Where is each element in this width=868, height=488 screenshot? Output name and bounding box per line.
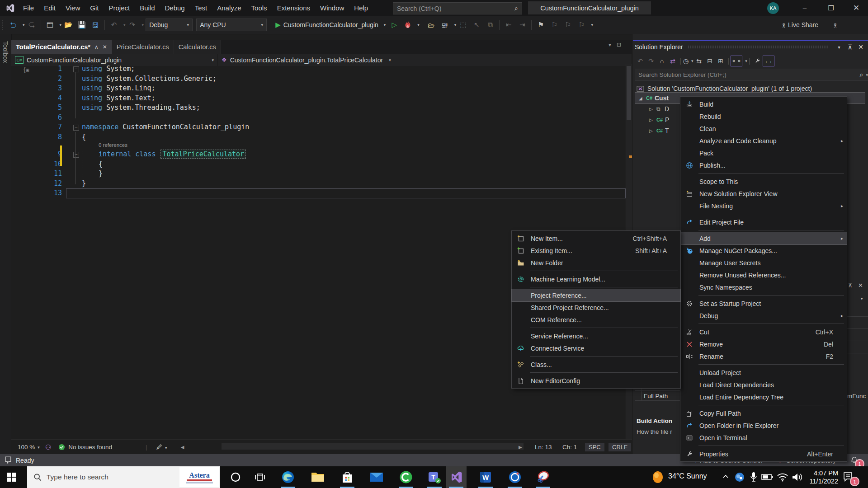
track-active-item-icon[interactable]: ⌴ [763,56,774,66]
context-menu-build[interactable]: Build [680,98,847,110]
add-submenu-connected-service[interactable]: Connected Service [512,342,680,354]
sync-with-active-document-icon[interactable]: ⇄ [667,56,678,66]
code-line-9[interactable]: 9–internal class TotalPriceCalculator [11,150,626,160]
expand-arrow-icon[interactable]: ◢ [639,96,646,101]
context-menu-properties[interactable]: PropertiesAlt+Enter [680,448,847,460]
redo-icon[interactable]: ↷ [127,19,138,30]
menu-analyze[interactable]: Analyze [212,0,246,16]
solution-configuration-dropdown[interactable]: Debug▾ [146,19,193,31]
close-button[interactable]: ✕ [844,0,868,16]
increase-indent-icon[interactable]: ⇥ [517,19,528,30]
taskbar-search-box[interactable]: Type here to search Astera [27,466,220,488]
add-submenu-class[interactable]: Class... [512,358,680,371]
taskbar-app-snipping-app[interactable] [533,466,553,488]
navigate-forward-icon[interactable]: ⮎ [26,19,37,30]
editor-horizontal-scrollbar[interactable] [222,443,524,450]
switch-views-icon[interactable]: ⇆ [693,56,704,66]
web-browser-icon[interactable]: 🖳 [439,19,450,30]
chevron-down-icon[interactable]: ▾ [745,59,747,63]
zoom-dropdown[interactable]: 100 %▾ [18,444,40,450]
notifications-button[interactable]: 1 [850,456,858,464]
redo-dropdown-icon[interactable]: ▾ [142,23,144,27]
context-menu-rebuild[interactable]: Rebuild [680,110,847,122]
taskbar-app-mail[interactable] [366,466,387,488]
code-line-3[interactable]: 3using System.Linq; [11,84,626,94]
taskbar-app-edge[interactable] [278,466,298,488]
hot-reload-dropdown-icon[interactable]: ▾ [417,23,420,27]
task-view-button[interactable] [250,466,270,488]
context-menu-remove-unused-references[interactable]: Remove Unused References... [680,269,847,281]
taskbar-app-capture-app[interactable] [505,466,525,488]
select-tool-icon[interactable]: ⬚ [458,19,468,30]
tab-list-dropdown-icon[interactable]: ▾ [609,42,611,48]
solution-explorer-search-box[interactable]: Search Solution Explorer (Ctrl+;) ⌕▾ [635,69,868,81]
menu-help[interactable]: Help [349,0,373,16]
context-menu-load-entire-dependency-tree[interactable]: Load Entire Dependency Tree [680,391,847,403]
tab-pricecalculator-cs[interactable]: PriceCalculator.cs [112,40,174,54]
window-position-dropdown-icon[interactable]: ▾ [834,42,844,52]
hot-reload-icon[interactable] [402,19,413,30]
code-line-12[interactable]: 12} [11,179,626,189]
back-dropdown-icon[interactable]: ▾ [23,23,25,27]
context-menu-unload-project[interactable]: Unload Project [680,366,847,379]
menu-view[interactable]: View [61,0,85,16]
menu-debug[interactable]: Debug [160,0,190,16]
add-submenu-shared-project-reference[interactable]: Shared Project Reference... [512,301,680,314]
show-all-files-icon[interactable]: ⚬⚬ [731,56,742,66]
context-menu-rename[interactable]: RenameF2 [680,350,847,362]
pointer-icon[interactable]: ↖ [471,19,482,30]
microphone-tray-icon[interactable] [749,471,759,483]
taskbar-app-visual-studio[interactable] [446,466,467,488]
menu-file[interactable]: File [18,0,39,16]
context-menu-open-in-terminal[interactable]: Open in Terminal [680,432,847,444]
copy-reference-icon[interactable]: ⧉ [485,19,495,30]
feedback-icon[interactable]: 🯆 [830,19,840,30]
taskbar-app-teams[interactable]: T [424,466,445,488]
codelens-references[interactable]: 0 references [99,142,127,148]
context-menu-pack[interactable]: Pack [680,147,847,159]
context-menu-scope-to-this[interactable]: Scope to This [680,175,847,188]
open-file-icon[interactable]: 📂 [63,19,74,30]
expand-arrow-icon[interactable]: ▷ [649,107,656,112]
properties-wrench-icon[interactable] [752,56,763,66]
decrease-indent-icon[interactable]: ⇤ [503,19,514,30]
scroll-right-icon[interactable]: ▶ [519,445,522,450]
pin-icon[interactable]: ⊼ [844,42,855,52]
add-submenu-new-item[interactable]: New Item...Ctrl+Shift+A [512,232,680,244]
property-row-full-path[interactable]: Full Path [644,393,668,399]
line-ending-indicator[interactable]: CRLF [609,443,631,451]
float-window-icon[interactable]: ⊡ [617,42,621,48]
live-share-button[interactable]: 🯅 Live Share [782,21,818,29]
undo-icon[interactable]: ↶ [108,19,119,30]
se-forward-icon[interactable]: ↷ [646,56,656,66]
context-menu-new-solution-explorer-view[interactable]: New Solution Explorer View [680,188,847,200]
preview-selected-icon[interactable]: ⊞ [715,56,726,66]
battery-tray-icon[interactable] [761,473,773,481]
navigate-back-icon[interactable]: ⮌ [8,19,19,30]
home-icon[interactable]: ⌂ [656,56,667,66]
minimize-button[interactable]: – [792,0,817,16]
fold-collapse-icon[interactable]: – [73,152,79,158]
expand-arrow-icon[interactable]: ▷ [649,117,656,122]
start-without-debugging-icon[interactable]: ▷ [389,19,400,30]
context-menu-analyze-and-code-cleanup[interactable]: Analyze and Code Cleanup▸ [680,135,847,147]
toolbox-tab[interactable]: Toolbox [0,34,12,454]
context-menu-debug[interactable]: Debug▸ [680,310,847,322]
taskbar-app-word[interactable]: W [475,466,496,488]
code-line-7[interactable]: 7–namespace CustomFunctionCalculator_plu… [11,122,626,132]
add-submenu-com-reference[interactable]: COM Reference... [512,314,680,326]
context-menu-manage-user-secrets[interactable]: Manage User Secrets [680,257,847,269]
context-menu-copy-full-path[interactable]: Copy Full Path [680,407,847,419]
start-button[interactable] [1,466,22,488]
context-menu-cut[interactable]: CutCtrl+X [680,326,847,338]
bookmark-dropdown-icon[interactable]: ▾ [591,23,593,27]
context-menu-remove[interactable]: RemoveDel [680,338,847,350]
weather-text[interactable]: 34°C Sunny [668,472,707,480]
feedback-flag-icon[interactable] [5,456,12,464]
context-menu-add[interactable]: Add▸ [680,232,847,244]
add-submenu-new-folder[interactable]: New Folder [512,257,680,269]
taskbar-clock[interactable]: 4:07 PM 11/1/2022 [806,469,838,485]
previous-bookmark-icon[interactable]: ⚐ [549,19,560,30]
code-line-10[interactable]: 10{ [11,160,626,169]
fold-collapse-icon[interactable]: – [73,66,79,72]
